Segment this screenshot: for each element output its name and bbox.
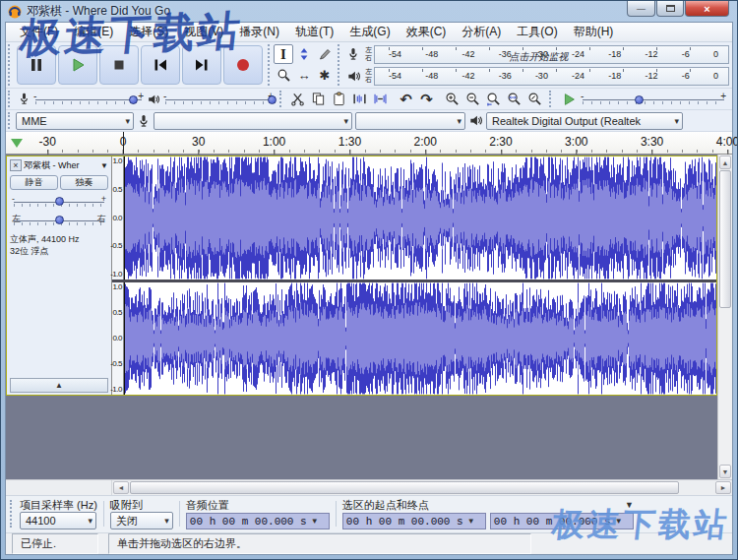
- paste-button[interactable]: [329, 90, 349, 109]
- audio-host-dropdown[interactable]: MME: [16, 112, 134, 130]
- toolbar-gripper[interactable]: [10, 500, 15, 528]
- audio-position-field[interactable]: 00 h 00 m 00.000 s ▼: [186, 513, 330, 529]
- recording-volume-slider[interactable]: - +: [33, 92, 144, 107]
- zoom-out-button[interactable]: [462, 90, 483, 109]
- menu-item[interactable]: 轨道(T): [287, 22, 341, 42]
- right-channel-waveform[interactable]: [124, 282, 716, 395]
- audio-track[interactable]: × 邓紫棋 - Wher ▼ 静音 独奏 - +: [6, 156, 717, 396]
- toolbar-gripper[interactable]: [268, 44, 273, 86]
- minimize-button[interactable]: —: [627, 1, 655, 17]
- project-rate-dropdown[interactable]: 44100: [20, 512, 96, 529]
- window-title: 邓紫棋 - Where Did You Go: [27, 3, 170, 20]
- meter-scale-value: -48: [425, 71, 438, 81]
- scroll-left-button[interactable]: ◄: [113, 481, 129, 494]
- toolbar-gripper[interactable]: [8, 112, 13, 129]
- horizontal-scrollbar[interactable]: [130, 480, 714, 495]
- recording-device-dropdown[interactable]: [154, 112, 352, 130]
- timeshift-tool-button[interactable]: ↔: [294, 65, 314, 85]
- menu-item[interactable]: 播录(N): [231, 22, 287, 42]
- vertical-scrollbar[interactable]: ▲ ▼: [717, 155, 732, 479]
- field-dropdown-icon[interactable]: ▼: [467, 517, 475, 526]
- track-control-panel: × 邓紫棋 - Wher ▼ 静音 独奏 - +: [7, 156, 112, 395]
- toolbar-gripper[interactable]: [279, 91, 284, 107]
- playback-volume-slider[interactable]: - +: [163, 92, 274, 107]
- playback-device-dropdown[interactable]: Realtek Digital Output (Realtek: [486, 112, 683, 130]
- solo-button[interactable]: 独奏: [60, 175, 108, 190]
- timeline-ruler[interactable]: -300301:001:302:002:303:003:304:00: [6, 132, 732, 155]
- slider-thumb[interactable]: [635, 95, 644, 104]
- playback-meter-speaker-button[interactable]: [343, 67, 363, 86]
- trim-audio-button[interactable]: [349, 90, 370, 109]
- menu-item[interactable]: 帮助(H): [566, 22, 622, 42]
- field-dropdown-icon[interactable]: ▼: [615, 517, 623, 526]
- menu-item[interactable]: 工具(O): [509, 22, 565, 42]
- zoom-in-button[interactable]: [442, 90, 462, 109]
- draw-tool-button[interactable]: [315, 44, 335, 64]
- selection-range-dropdown[interactable]: 选区的起点和终点 ▼: [342, 498, 638, 512]
- play-pin-button[interactable]: [9, 135, 25, 151]
- stop-button[interactable]: [99, 45, 139, 85]
- skip-to-end-button[interactable]: [182, 45, 221, 85]
- scroll-down-button[interactable]: ▼: [719, 465, 731, 478]
- selection-end-field[interactable]: 00 h 00 m 00.000 s ▼: [490, 513, 634, 529]
- scroll-up-button[interactable]: ▲: [719, 156, 731, 169]
- copy-button[interactable]: [308, 90, 329, 109]
- vertical-scroll-thumb[interactable]: [719, 170, 731, 308]
- selection-toolbar: 项目采样率 (Hz) 44100 吸附到 关闭 音频位置 00 h 00 m 0…: [6, 495, 732, 532]
- toolbar-gripper[interactable]: [8, 44, 13, 86]
- selection-tool-button[interactable]: I: [274, 44, 293, 64]
- mute-button[interactable]: 静音: [10, 175, 58, 190]
- skip-to-start-button[interactable]: [141, 45, 180, 85]
- slider-thumb[interactable]: [129, 95, 138, 104]
- envelope-tool-button[interactable]: [294, 44, 314, 64]
- menu-item[interactable]: 效果(C): [399, 22, 455, 42]
- redo-button[interactable]: ↷: [416, 90, 437, 109]
- menu-item[interactable]: 文件(F): [12, 22, 66, 42]
- recording-meter-bar[interactable]: -54-48-42-36-30-24-18-12-60 点击开始监视: [374, 45, 729, 64]
- zoom-tool-button[interactable]: [274, 65, 293, 85]
- selection-start-field[interactable]: 00 h 00 m 00.000 s ▼: [342, 513, 486, 529]
- play-button[interactable]: [58, 45, 97, 85]
- cut-button[interactable]: [287, 90, 308, 109]
- menu-item[interactable]: 编辑(E): [66, 22, 121, 42]
- multi-tool-button[interactable]: ✱: [315, 65, 335, 85]
- collapse-track-button[interactable]: ▲: [10, 378, 108, 393]
- field-dropdown-icon[interactable]: ▼: [311, 517, 319, 526]
- slider-track: [35, 99, 142, 100]
- playback-meter-bar[interactable]: -54-48-42-36-30-24-18-12-60: [374, 67, 729, 86]
- left-channel-waveform[interactable]: [124, 156, 716, 280]
- silence-audio-button[interactable]: [370, 90, 391, 109]
- gain-slider-thumb[interactable]: [55, 197, 64, 206]
- fit-selection-button[interactable]: [483, 90, 504, 109]
- toolbar-gripper[interactable]: [338, 44, 342, 86]
- slider-thumb[interactable]: [268, 95, 277, 104]
- toolbar-gripper[interactable]: [549, 91, 554, 107]
- maximize-button[interactable]: [656, 1, 684, 17]
- record-button[interactable]: [223, 45, 263, 85]
- recording-meter-mic-button[interactable]: [343, 45, 363, 64]
- horizontal-scroll-thumb[interactable]: [130, 481, 679, 494]
- fit-project-button[interactable]: [504, 90, 524, 109]
- pause-button[interactable]: [17, 45, 56, 85]
- scroll-right-button[interactable]: ►: [715, 481, 731, 494]
- track-menu-dropdown-icon[interactable]: ▼: [100, 161, 108, 170]
- track-close-button[interactable]: ×: [10, 159, 22, 171]
- gain-slider[interactable]: - +: [10, 194, 108, 209]
- menu-item[interactable]: 生成(G): [341, 22, 398, 42]
- close-button[interactable]: ×: [685, 1, 729, 17]
- undo-button[interactable]: ↶: [396, 90, 416, 109]
- meter-toolbars: 左 右 -54-48-42-36-30-24-18-12-60 点击开始监视 左: [343, 42, 732, 88]
- pan-slider[interactable]: 左 右: [10, 213, 108, 227]
- menu-item[interactable]: 分析(A): [454, 22, 509, 42]
- zoom-out-icon: [465, 92, 480, 106]
- pan-slider-thumb[interactable]: [55, 216, 64, 224]
- toolbar-gripper[interactable]: [8, 91, 13, 107]
- play-at-speed-button[interactable]: [561, 92, 577, 107]
- snap-to-dropdown[interactable]: 关闭: [110, 512, 173, 529]
- menu-item[interactable]: 选择(S): [121, 22, 176, 42]
- playback-speed-slider[interactable]: - +: [581, 92, 726, 107]
- track-name[interactable]: 邓紫棋 - Wher: [24, 159, 98, 172]
- zoom-toggle-button[interactable]: [524, 90, 545, 109]
- menu-item[interactable]: 视图(V): [176, 22, 231, 42]
- recording-channels-dropdown[interactable]: [355, 112, 465, 130]
